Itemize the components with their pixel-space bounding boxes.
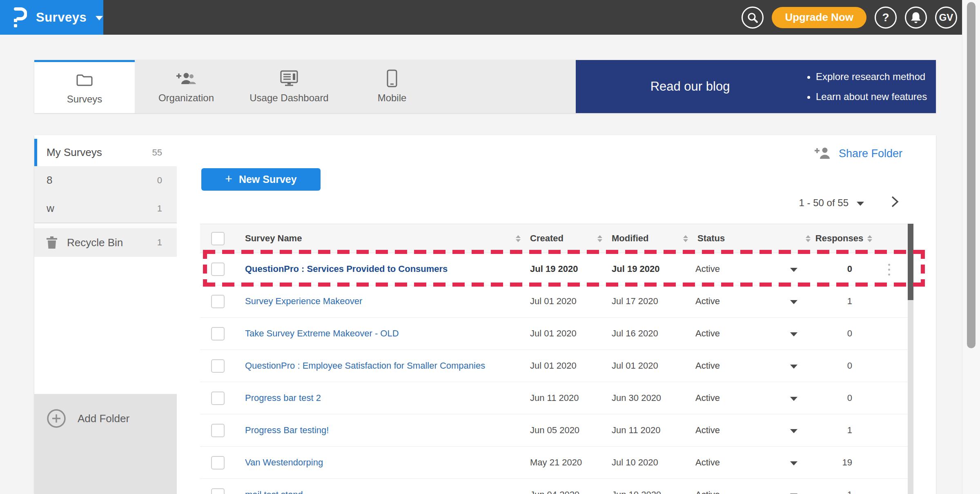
person-add-icon xyxy=(176,69,196,87)
sort-icon[interactable] xyxy=(683,235,688,242)
product-menu[interactable]: Surveys xyxy=(0,0,103,35)
sidebar-item-folder-w[interactable]: w 1 xyxy=(34,194,177,223)
search-button[interactable] xyxy=(742,7,764,29)
new-survey-button[interactable]: + New Survey xyxy=(201,168,321,191)
sort-icon[interactable] xyxy=(806,235,811,242)
status-value: Active xyxy=(695,328,720,339)
avatar[interactable]: GV xyxy=(935,7,957,29)
plus-icon: + xyxy=(225,172,232,186)
chevron-right-icon xyxy=(889,195,900,209)
modified-date: Jul 19 2020 xyxy=(606,264,692,274)
sort-icon[interactable] xyxy=(597,235,602,242)
survey-name-link[interactable]: Van Westendorping xyxy=(239,457,525,468)
tab-usage-dashboard[interactable]: Usage Dashboard xyxy=(238,60,341,113)
column-header-created[interactable]: Created xyxy=(525,233,606,244)
status-dropdown[interactable]: Active xyxy=(692,264,815,274)
survey-name-link[interactable]: Progress bar test 2 xyxy=(239,393,525,403)
row-menu-kebab-icon[interactable] xyxy=(868,263,911,276)
sort-icon[interactable] xyxy=(516,235,521,242)
survey-name-link[interactable]: Take Survey Extreme Makeover - OLD xyxy=(239,328,525,339)
surveys-table: Survey Name Created Modified Status xyxy=(200,224,911,494)
table-scrollbar[interactable] xyxy=(908,224,913,494)
tab-surveys[interactable]: Surveys xyxy=(34,60,135,113)
row-checkbox[interactable] xyxy=(211,456,225,470)
responses-count: 1 xyxy=(815,490,868,494)
survey-name-link[interactable]: Survey Experience Makeover xyxy=(239,296,525,307)
chevron-down-icon xyxy=(790,461,797,465)
modified-date: Jun 10 2020 xyxy=(606,490,692,494)
add-folder-button[interactable]: Add Folder xyxy=(34,405,177,432)
created-date: Jul 01 2020 xyxy=(525,328,606,339)
sidebar-item-my-surveys[interactable]: My Surveys 55 xyxy=(34,139,177,166)
help-button[interactable]: ? xyxy=(875,7,897,29)
tab-mobile[interactable]: Mobile xyxy=(341,60,443,113)
select-all-checkbox[interactable] xyxy=(211,232,225,245)
survey-name-link[interactable]: QuestionPro : Services Provided to Consu… xyxy=(239,264,525,274)
survey-name-link[interactable]: QuestionPro : Employee Satisfaction for … xyxy=(239,360,525,371)
row-checkbox[interactable] xyxy=(211,488,225,494)
folder-count: 55 xyxy=(152,147,162,158)
status-value: Active xyxy=(695,360,720,371)
column-label: Survey Name xyxy=(245,233,302,244)
page-scrollbar[interactable] xyxy=(962,0,980,494)
modified-date: Jul 01 2020 xyxy=(606,360,692,371)
upgrade-now-button[interactable]: Upgrade Now xyxy=(772,7,866,28)
row-checkbox[interactable] xyxy=(211,295,225,308)
table-row: QuestionPro : Employee Satisfaction for … xyxy=(200,350,911,382)
survey-name-link[interactable]: mail test stand xyxy=(239,490,525,494)
status-dropdown[interactable]: Active xyxy=(692,457,815,468)
status-dropdown[interactable]: Active xyxy=(692,425,815,436)
folder-label: Recycle Bin xyxy=(67,236,123,249)
survey-name-link[interactable]: Progress Bar testing! xyxy=(239,425,525,436)
sort-icon[interactable] xyxy=(867,235,872,242)
bell-icon xyxy=(910,11,922,24)
sidebar-item-folder-8[interactable]: 8 0 xyxy=(34,166,177,194)
tab-label: Mobile xyxy=(378,92,407,104)
blog-banner[interactable]: Read our blog Explore research method Le… xyxy=(576,60,936,113)
surveys-dashboard: Surveys Upgrade Now ? xyxy=(0,0,980,494)
tab-organization[interactable]: Organization xyxy=(135,60,238,113)
page-scrollbar-thumb[interactable] xyxy=(967,2,976,348)
row-checkbox[interactable] xyxy=(211,392,225,405)
module-tabs-card: Surveys Organization xyxy=(34,60,936,113)
created-date: May 21 2020 xyxy=(525,457,606,468)
status-dropdown[interactable]: Active xyxy=(692,296,815,307)
sidebar-item-recycle-bin[interactable]: Recycle Bin 1 xyxy=(34,228,177,257)
modified-date: Jul 16 2020 xyxy=(606,328,692,339)
folder-count: 1 xyxy=(157,237,162,248)
row-checkbox[interactable] xyxy=(211,359,225,373)
row-checkbox[interactable] xyxy=(211,327,225,340)
status-dropdown[interactable]: Active xyxy=(692,360,815,371)
share-folder-label: Share Folder xyxy=(839,147,902,160)
status-dropdown[interactable]: Active xyxy=(692,490,815,494)
share-folder-link[interactable]: Share Folder xyxy=(814,147,902,160)
column-header-status[interactable]: Status xyxy=(692,233,815,244)
chevron-down-icon xyxy=(790,268,797,272)
created-date: Jun 11 2020 xyxy=(525,393,606,403)
surveys-panel: My Surveys 55 8 0 w 1 Re xyxy=(34,135,936,494)
next-page-button[interactable] xyxy=(889,195,900,209)
folders-sidebar: My Surveys 55 8 0 w 1 Re xyxy=(34,135,177,494)
column-header-survey-name[interactable]: Survey Name xyxy=(239,233,525,244)
chevron-down-icon xyxy=(790,365,797,369)
responses-count: 19 xyxy=(815,457,868,468)
question-mark-icon: ? xyxy=(882,11,889,24)
row-checkbox[interactable] xyxy=(211,424,225,437)
notifications-button[interactable] xyxy=(905,7,927,29)
trash-icon xyxy=(47,236,57,249)
product-caret-icon xyxy=(96,16,103,20)
table-scrollbar-thumb[interactable] xyxy=(908,224,913,300)
questionpro-logo-icon xyxy=(12,7,27,28)
status-dropdown[interactable]: Active xyxy=(692,328,815,339)
table-row: Survey Experience Makeover Jul 01 2020 J… xyxy=(200,285,911,318)
row-checkbox[interactable] xyxy=(211,263,225,276)
created-date: Jun 05 2020 xyxy=(525,425,606,436)
tab-label: Organization xyxy=(158,92,214,104)
table-header-row: Survey Name Created Modified Status xyxy=(200,224,911,253)
column-header-responses[interactable]: Responses xyxy=(815,233,868,244)
column-header-modified[interactable]: Modified xyxy=(606,233,692,244)
status-dropdown[interactable]: Active xyxy=(692,393,815,403)
column-label: Created xyxy=(530,233,564,244)
responses-count: 1 xyxy=(815,296,868,307)
pagination-range-dropdown[interactable]: 1 - 50 of 55 xyxy=(799,197,864,209)
